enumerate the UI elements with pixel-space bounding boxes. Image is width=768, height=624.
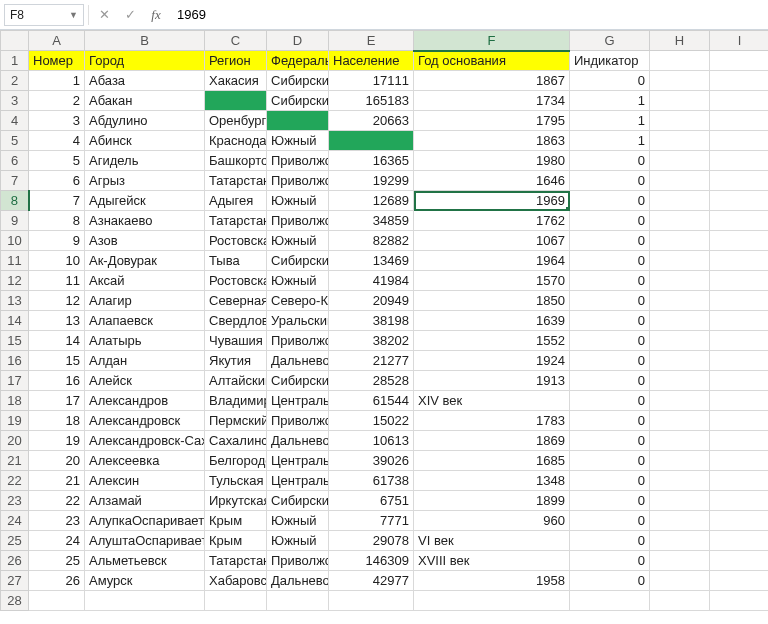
cell[interactable]: 26: [29, 571, 85, 591]
formula-input[interactable]: [171, 4, 764, 26]
cell[interactable]: Агрыз: [85, 171, 205, 191]
cell[interactable]: 0: [570, 211, 650, 231]
row-header[interactable]: 13: [1, 291, 29, 311]
cell[interactable]: [710, 191, 769, 211]
cell[interactable]: 0: [570, 551, 650, 571]
cell[interactable]: 0: [570, 531, 650, 551]
row-header[interactable]: 17: [1, 371, 29, 391]
cell[interactable]: XIV век: [414, 391, 570, 411]
col-header-B[interactable]: B: [85, 31, 205, 51]
cell[interactable]: Крым: [205, 511, 267, 531]
cell[interactable]: Приволжский: [267, 331, 329, 351]
cell[interactable]: Индикатор: [570, 51, 650, 71]
cell[interactable]: Северо-Кавказский: [267, 291, 329, 311]
cell[interactable]: Азов: [85, 231, 205, 251]
cell[interactable]: 0: [570, 511, 650, 531]
cell[interactable]: [710, 171, 769, 191]
cell[interactable]: Хакасия: [205, 71, 267, 91]
cell[interactable]: [710, 511, 769, 531]
cell[interactable]: Аксай: [85, 271, 205, 291]
cell[interactable]: 0: [570, 351, 650, 371]
cell[interactable]: 1570: [414, 271, 570, 291]
row-header[interactable]: 7: [1, 171, 29, 191]
cell[interactable]: 61544: [329, 391, 414, 411]
cell[interactable]: [710, 251, 769, 271]
cell[interactable]: [650, 511, 710, 531]
cell[interactable]: Центральный: [267, 391, 329, 411]
cell[interactable]: 1: [29, 71, 85, 91]
cell[interactable]: [650, 431, 710, 451]
cell[interactable]: [650, 171, 710, 191]
cell[interactable]: 0: [570, 271, 650, 291]
cell[interactable]: [650, 591, 710, 611]
cell[interactable]: 21277: [329, 351, 414, 371]
row-header[interactable]: 4: [1, 111, 29, 131]
cell[interactable]: 29078: [329, 531, 414, 551]
cell[interactable]: Белгородская область: [205, 451, 267, 471]
cell[interactable]: [329, 131, 414, 151]
cell[interactable]: [710, 571, 769, 591]
cell[interactable]: [710, 411, 769, 431]
confirm-icon[interactable]: ✓: [119, 4, 141, 26]
cell[interactable]: 7771: [329, 511, 414, 531]
cell[interactable]: 42977: [329, 571, 414, 591]
cell[interactable]: Ак-Довурак: [85, 251, 205, 271]
cell[interactable]: [710, 151, 769, 171]
row-header[interactable]: 2: [1, 71, 29, 91]
cell[interactable]: [710, 551, 769, 571]
cell[interactable]: 23: [29, 511, 85, 531]
cell[interactable]: 39026: [329, 451, 414, 471]
cell[interactable]: 17111: [329, 71, 414, 91]
cell[interactable]: Алзамай: [85, 491, 205, 511]
cell[interactable]: Алексин: [85, 471, 205, 491]
cell[interactable]: 25: [29, 551, 85, 571]
cell[interactable]: Сибирский: [267, 491, 329, 511]
cell[interactable]: 1850: [414, 291, 570, 311]
cell[interactable]: [650, 211, 710, 231]
cell[interactable]: 1980: [414, 151, 570, 171]
cell[interactable]: 1969: [414, 191, 570, 211]
cell[interactable]: 13: [29, 311, 85, 331]
cell[interactable]: Александровск-Сахалинский: [85, 431, 205, 451]
cell[interactable]: 19299: [329, 171, 414, 191]
cell[interactable]: Татарстан: [205, 551, 267, 571]
cell[interactable]: Абдулино: [85, 111, 205, 131]
cell[interactable]: [650, 131, 710, 151]
cell[interactable]: [650, 151, 710, 171]
cell[interactable]: Хабаровский край: [205, 571, 267, 591]
cell[interactable]: Якутия: [205, 351, 267, 371]
cell[interactable]: [710, 231, 769, 251]
cell[interactable]: 13469: [329, 251, 414, 271]
cell[interactable]: 960: [414, 511, 570, 531]
cell[interactable]: [650, 91, 710, 111]
cell[interactable]: [650, 471, 710, 491]
cell[interactable]: 165183: [329, 91, 414, 111]
cell[interactable]: 17: [29, 391, 85, 411]
row-header[interactable]: 22: [1, 471, 29, 491]
cell[interactable]: [710, 391, 769, 411]
cell[interactable]: [650, 351, 710, 371]
cell[interactable]: Южный: [267, 191, 329, 211]
cell[interactable]: [650, 51, 710, 71]
cell[interactable]: 1685: [414, 451, 570, 471]
cell[interactable]: 1795: [414, 111, 570, 131]
cell[interactable]: 20: [29, 451, 85, 471]
row-header[interactable]: 25: [1, 531, 29, 551]
cell[interactable]: [650, 111, 710, 131]
cell[interactable]: 2: [29, 91, 85, 111]
cell[interactable]: [650, 271, 710, 291]
cell[interactable]: 1958: [414, 571, 570, 591]
cell[interactable]: 6: [29, 171, 85, 191]
cell[interactable]: 21: [29, 471, 85, 491]
cell[interactable]: Александров: [85, 391, 205, 411]
row-header[interactable]: 6: [1, 151, 29, 171]
cell[interactable]: Алапаевск: [85, 311, 205, 331]
cell[interactable]: Южный: [267, 231, 329, 251]
cell[interactable]: 3: [29, 111, 85, 131]
cell[interactable]: 0: [570, 491, 650, 511]
cell[interactable]: [710, 91, 769, 111]
cell[interactable]: Приволжский: [267, 551, 329, 571]
cell[interactable]: 19: [29, 431, 85, 451]
cell[interactable]: 0: [570, 411, 650, 431]
cell[interactable]: [710, 351, 769, 371]
